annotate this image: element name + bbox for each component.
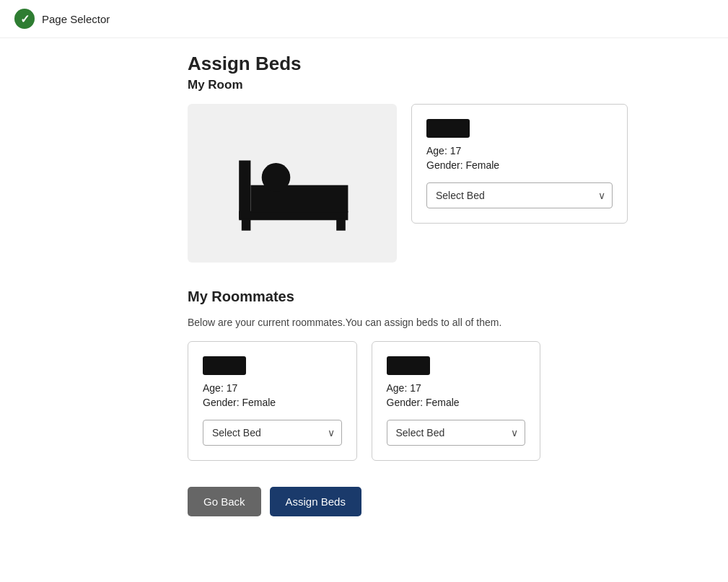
bed-illustration xyxy=(188,104,397,263)
roommate-1-bed-select-wrapper: Select Bed xyxy=(203,420,342,446)
roommates-section: My Roommates Below are your current room… xyxy=(188,288,540,461)
my-room-avatar xyxy=(426,119,470,138)
assign-beds-button[interactable]: Assign Beds xyxy=(270,487,361,516)
top-nav: Page Selector xyxy=(0,0,728,38)
roommate-2-gender: Gender: Female xyxy=(387,397,526,408)
my-room-bed-select-wrapper: Select Bed xyxy=(426,182,613,208)
page-title: Assign Beds xyxy=(188,53,540,75)
roommates-description: Below are your current roommates.You can… xyxy=(188,317,540,328)
my-room-age: Age: 17 xyxy=(426,145,613,156)
roommate-2-bed-select-wrapper: Select Bed xyxy=(387,420,526,446)
svg-point-3 xyxy=(262,163,291,192)
roommates-title: My Roommates xyxy=(188,288,540,305)
bed-icon xyxy=(227,133,357,234)
my-room-section: My Room xyxy=(188,78,540,263)
action-row: Go Back Assign Beds xyxy=(188,487,540,516)
roommate-1-age: Age: 17 xyxy=(203,382,342,394)
page-selector-label: Page Selector xyxy=(42,13,110,25)
my-room-person-card: Age: 17 Gender: Female Select Bed xyxy=(411,104,628,224)
roommate-1-avatar xyxy=(203,356,246,375)
roommates-grid: Age: 17 Gender: Female Select Bed Age: 1… xyxy=(188,341,540,461)
roommate-1-gender: Gender: Female xyxy=(203,397,342,408)
svg-rect-5 xyxy=(242,219,251,231)
svg-rect-1 xyxy=(239,211,348,221)
nav-check-icon xyxy=(14,9,35,29)
roommate-2-avatar xyxy=(387,356,430,375)
my-room-bed-select[interactable]: Select Bed xyxy=(426,182,613,208)
roommate-card-2: Age: 17 Gender: Female Select Bed xyxy=(372,341,541,461)
svg-rect-0 xyxy=(239,161,250,219)
my-room-gender: Gender: Female xyxy=(426,159,613,171)
svg-rect-4 xyxy=(336,219,346,231)
my-room-label: My Room xyxy=(188,78,540,92)
roommate-card-1: Age: 17 Gender: Female Select Bed xyxy=(188,341,357,461)
main-content: Assign Beds My Room xyxy=(0,38,728,545)
go-back-button[interactable]: Go Back xyxy=(188,487,261,516)
my-room-row: Age: 17 Gender: Female Select Bed xyxy=(188,104,540,263)
roommate-2-age: Age: 17 xyxy=(387,382,526,394)
roommate-1-bed-select[interactable]: Select Bed xyxy=(203,420,342,446)
svg-rect-2 xyxy=(250,185,348,213)
roommate-2-bed-select[interactable]: Select Bed xyxy=(387,420,526,446)
